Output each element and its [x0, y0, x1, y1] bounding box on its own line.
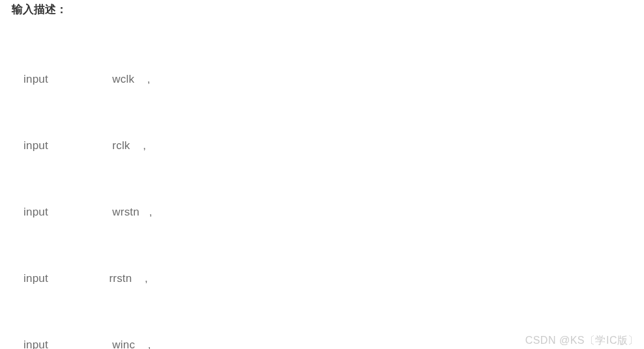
input-section-title: 输入描述：	[12, 4, 632, 15]
watermark: CSDN @KS〔学IC版〕	[525, 334, 639, 348]
input-code-block: input wclk , input rclk , input wrstn , …	[12, 24, 632, 349]
code-line: input rrstn ,	[23, 268, 632, 290]
code-line: input rclk ,	[23, 135, 632, 157]
code-line: input wrstn ,	[23, 201, 632, 223]
input-description-section: 输入描述： input wclk , input rclk , input wr…	[12, 4, 632, 349]
code-line: input wclk ,	[23, 68, 632, 91]
